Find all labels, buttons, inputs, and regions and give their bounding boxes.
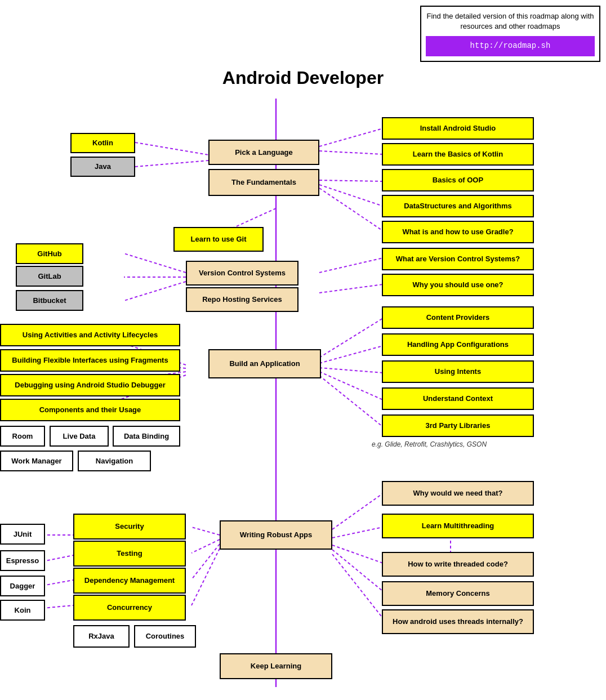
node-testing: Testing xyxy=(73,541,186,567)
svg-line-22 xyxy=(191,527,220,535)
node-learn-kotlin: Learn the Basics of Kotlin xyxy=(382,143,534,166)
svg-line-28 xyxy=(42,580,73,586)
svg-line-23 xyxy=(191,540,220,553)
page-title: Android Developer xyxy=(0,68,606,88)
node-why-need: Why would we need that? xyxy=(382,481,534,506)
node-keep-learning: Keep Learning xyxy=(220,653,332,679)
svg-line-21 xyxy=(319,376,383,427)
node-java: Java xyxy=(70,157,135,177)
info-box-text: Find the detailed version of this roadma… xyxy=(426,11,595,32)
node-security: Security xyxy=(73,514,186,540)
svg-line-18 xyxy=(319,346,383,363)
node-repo-hosting: Repo Hosting Services xyxy=(186,287,298,312)
roadmap-link[interactable]: http://roadmap.sh xyxy=(426,36,595,56)
svg-line-3 xyxy=(319,151,383,154)
svg-line-6 xyxy=(319,188,383,231)
node-dep-management: Dependency Management xyxy=(73,568,186,594)
svg-line-0 xyxy=(135,142,208,155)
svg-line-20 xyxy=(319,372,383,400)
svg-line-24 xyxy=(191,544,220,579)
node-writing-robust: Writing Robust Apps xyxy=(220,520,332,550)
node-fragments: Building Flexible Interfaces using Fragm… xyxy=(0,349,180,372)
node-gradle: What is and how to use Gradle? xyxy=(382,221,534,243)
node-data-structures: DataStructures and Algorithms xyxy=(382,195,534,217)
node-navigation: Navigation xyxy=(78,451,151,471)
node-espresso: Espresso xyxy=(0,550,45,571)
node-bitbucket: Bitbucket xyxy=(16,290,83,311)
node-why-vcs: Why you should use one? xyxy=(382,274,534,296)
node-pick-language: Pick a Language xyxy=(208,140,319,165)
svg-line-30 xyxy=(332,493,383,529)
svg-line-33 xyxy=(332,550,383,591)
node-debugging: Debugging using Android Studio Debugger xyxy=(0,374,180,396)
node-activities: Using Activities and Activity Lifecycles xyxy=(0,324,180,346)
node-content-providers: Content Providers xyxy=(382,306,534,329)
node-fundamentals: The Fundamentals xyxy=(208,169,319,196)
node-dagger: Dagger xyxy=(0,576,45,596)
node-rxjava: RxJava xyxy=(73,625,130,648)
svg-line-19 xyxy=(319,368,383,373)
svg-line-5 xyxy=(319,185,383,206)
svg-line-27 xyxy=(42,555,73,561)
third-party-note: e.g. Glide, Retrofit, Crashlytics, GSON xyxy=(372,440,487,448)
node-gitlab: GitLab xyxy=(16,266,83,287)
node-vcs: Version Control Systems xyxy=(186,261,298,286)
node-understand-context: Understand Context xyxy=(382,387,534,410)
node-concurrency: Concurrency xyxy=(73,595,186,621)
svg-line-25 xyxy=(191,549,220,605)
svg-line-4 xyxy=(319,180,383,181)
node-learn-multithreading: Learn Multithreading xyxy=(382,514,534,538)
svg-line-1 xyxy=(135,160,208,167)
svg-line-17 xyxy=(319,318,383,358)
node-what-vcs: What are Version Control Systems? xyxy=(382,248,534,270)
svg-line-34 xyxy=(332,554,383,618)
node-third-party: 3rd Party Libraries xyxy=(382,414,534,437)
svg-line-32 xyxy=(332,545,383,563)
svg-line-31 xyxy=(332,527,383,538)
info-box: Find the detailed version of this roadma… xyxy=(420,6,600,62)
node-memory-concerns: Memory Concerns xyxy=(382,581,534,606)
node-koin: Koin xyxy=(0,600,45,621)
node-learn-git: Learn to use Git xyxy=(173,227,264,252)
svg-line-2 xyxy=(319,128,383,146)
node-basics-oop: Basics of OOP xyxy=(382,169,534,191)
svg-line-12 xyxy=(319,284,383,293)
svg-line-10 xyxy=(124,282,186,301)
node-android-threads: How android uses threads internally? xyxy=(382,609,534,634)
node-work-manager: Work Manager xyxy=(0,451,73,471)
svg-line-29 xyxy=(42,605,73,608)
node-coroutines: Coroutines xyxy=(134,625,196,648)
node-threaded-code: How to write threaded code? xyxy=(382,552,534,577)
node-using-intents: Using Intents xyxy=(382,360,534,383)
node-kotlin: Kotlin xyxy=(70,133,135,153)
node-github: GitHub xyxy=(16,243,83,264)
node-room: Room xyxy=(0,426,45,447)
svg-line-8 xyxy=(124,253,186,273)
node-data-binding: Data Binding xyxy=(113,426,180,447)
node-junit: JUnit xyxy=(0,524,45,545)
node-handling-config: Handling App Configurations xyxy=(382,333,534,356)
svg-line-11 xyxy=(319,258,383,273)
node-components: Components and their Usage xyxy=(0,399,180,421)
node-live-data: Live Data xyxy=(50,426,109,447)
node-build-app: Build an Application xyxy=(208,349,321,378)
node-install-android: Install Android Studio xyxy=(382,117,534,140)
